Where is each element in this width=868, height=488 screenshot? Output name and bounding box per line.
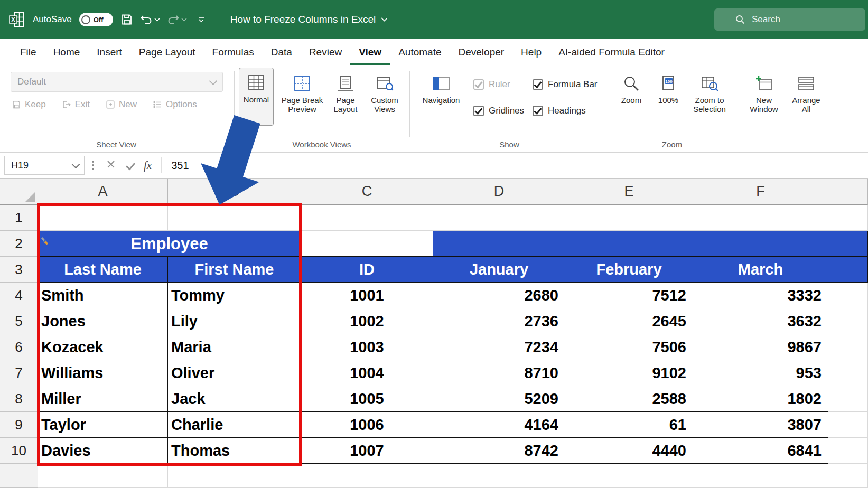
row-header[interactable]: 8 bbox=[0, 386, 38, 412]
new-sheet-view-button[interactable]: New bbox=[106, 99, 137, 110]
row-header[interactable]: 7 bbox=[0, 360, 38, 386]
keep-button[interactable]: Keep bbox=[12, 99, 46, 110]
grid-cell[interactable] bbox=[168, 205, 301, 231]
tab-file[interactable]: File bbox=[12, 39, 45, 65]
zoom-100-button[interactable]: 100 100% bbox=[653, 70, 684, 105]
tab-developer[interactable]: Developer bbox=[450, 39, 512, 65]
grid-cell[interactable] bbox=[433, 205, 565, 231]
grid-cell[interactable]: 953 bbox=[693, 360, 828, 386]
cancel-icon[interactable] bbox=[107, 160, 115, 171]
grid-cell[interactable] bbox=[301, 231, 433, 257]
grid-cell[interactable] bbox=[828, 412, 868, 438]
grid-cell[interactable]: 1002 bbox=[301, 308, 433, 334]
grid-cell[interactable]: 1004 bbox=[301, 360, 433, 386]
grid-cell[interactable]: Thomas bbox=[168, 438, 301, 464]
table-header-cell[interactable]: Last Name bbox=[38, 257, 168, 283]
tab-help[interactable]: Help bbox=[512, 39, 550, 65]
grid-cell[interactable]: Lily bbox=[168, 308, 301, 334]
grid-cell[interactable]: Maria bbox=[168, 334, 301, 360]
undo-button[interactable] bbox=[141, 14, 160, 25]
grid-cell[interactable] bbox=[38, 464, 168, 488]
grid-cell[interactable]: 1802 bbox=[693, 386, 828, 412]
options-button[interactable]: Options bbox=[153, 99, 197, 110]
grid-cell[interactable]: 3332 bbox=[693, 283, 828, 308]
ruler-checkbox[interactable]: Ruler bbox=[473, 79, 510, 90]
grid-cell[interactable] bbox=[301, 464, 433, 488]
grid-cell[interactable]: 8710 bbox=[433, 360, 565, 386]
qat-customize-icon[interactable] bbox=[198, 16, 205, 23]
grid-cell[interactable]: Williams bbox=[38, 360, 168, 386]
grid-cell[interactable]: 3632 bbox=[693, 308, 828, 334]
row-header[interactable]: 5 bbox=[0, 308, 38, 334]
grid-cell[interactable] bbox=[38, 205, 168, 231]
formula-bar-grip-icon[interactable] bbox=[92, 161, 94, 170]
grid-cell[interactable] bbox=[828, 360, 868, 386]
row-header[interactable]: 1 bbox=[0, 205, 38, 231]
grid-cell[interactable]: 7512 bbox=[565, 283, 693, 308]
row-header[interactable]: 9 bbox=[0, 412, 38, 438]
tab-automate[interactable]: Automate bbox=[390, 39, 450, 65]
grid-cell[interactable]: Taylor bbox=[38, 412, 168, 438]
select-all-corner[interactable] bbox=[0, 179, 38, 205]
grid-cell[interactable]: 2680 bbox=[433, 283, 565, 308]
table-header-cell[interactable]: ID bbox=[301, 257, 433, 283]
merged-banner-cell[interactable]: Employee bbox=[38, 231, 301, 257]
grid-cell[interactable]: Smith bbox=[38, 283, 168, 308]
grid-cell[interactable]: Kozacek bbox=[38, 334, 168, 360]
grid-cell[interactable]: Jack bbox=[168, 386, 301, 412]
grid-cell[interactable]: Oliver bbox=[168, 360, 301, 386]
page-layout-button[interactable]: Page Layout bbox=[329, 70, 362, 114]
grid-cell[interactable] bbox=[693, 205, 828, 231]
grid-cell[interactable] bbox=[168, 464, 301, 488]
grid-cell[interactable]: 4164 bbox=[433, 412, 565, 438]
grid-cell[interactable]: 8742 bbox=[433, 438, 565, 464]
redo-button[interactable] bbox=[167, 14, 187, 25]
grid-cell[interactable] bbox=[828, 438, 868, 464]
grid-cell[interactable]: 9867 bbox=[693, 334, 828, 360]
headings-checkbox[interactable]: Headings bbox=[533, 106, 586, 116]
grid-cell[interactable] bbox=[828, 205, 868, 231]
arrange-all-button[interactable]: Arrange All bbox=[787, 70, 825, 114]
zoom-to-selection-button[interactable]: Zoom to Selection bbox=[687, 70, 732, 114]
grid-cell[interactable] bbox=[828, 283, 868, 308]
tab-data[interactable]: Data bbox=[263, 39, 301, 65]
zoom-button[interactable]: Zoom bbox=[615, 70, 648, 105]
undo-dropdown-chevron[interactable] bbox=[154, 18, 160, 22]
grid-cell[interactable]: 5209 bbox=[433, 386, 565, 412]
tab-formulas[interactable]: Formulas bbox=[204, 39, 263, 65]
grid-cell[interactable]: 2588 bbox=[565, 386, 693, 412]
grid-cell[interactable]: Miller bbox=[38, 386, 168, 412]
grid-cell[interactable]: 1006 bbox=[301, 412, 433, 438]
grid-cell[interactable]: 1003 bbox=[301, 334, 433, 360]
table-header-cell[interactable]: March bbox=[693, 257, 828, 283]
navigation-button[interactable]: Navigation bbox=[417, 70, 465, 105]
autosave-toggle[interactable]: Off bbox=[79, 13, 113, 26]
redo-dropdown-chevron[interactable] bbox=[181, 18, 187, 22]
grid-cell[interactable]: 3807 bbox=[693, 412, 828, 438]
save-icon[interactable] bbox=[120, 13, 133, 26]
tab-review[interactable]: Review bbox=[301, 39, 350, 65]
page-break-preview-button[interactable]: Page Break Preview bbox=[278, 70, 326, 114]
grid-cell[interactable] bbox=[828, 386, 868, 412]
row-header[interactable]: 10 bbox=[0, 438, 38, 464]
column-header-c[interactable]: C bbox=[301, 179, 433, 205]
grid-cell[interactable]: Tommy bbox=[168, 283, 301, 308]
grid-cell[interactable]: Charlie bbox=[168, 412, 301, 438]
grid-cell[interactable] bbox=[433, 464, 565, 488]
formula-input[interactable]: 351 bbox=[171, 159, 189, 172]
new-window-button[interactable]: New Window bbox=[744, 70, 784, 114]
grid-cell[interactable]: 2736 bbox=[433, 308, 565, 334]
column-header-f[interactable]: F bbox=[693, 179, 828, 205]
grid-cell[interactable]: 7234 bbox=[433, 334, 565, 360]
column-header-b[interactable]: B bbox=[168, 179, 301, 205]
grid-cell[interactable]: Davies bbox=[38, 438, 168, 464]
grid-cell[interactable]: 61 bbox=[565, 412, 693, 438]
grid-cell[interactable]: 4440 bbox=[565, 438, 693, 464]
gridlines-checkbox[interactable]: Gridlines bbox=[473, 106, 524, 116]
custom-views-button[interactable]: Custom Views bbox=[366, 70, 404, 114]
column-header-a[interactable]: A bbox=[38, 179, 168, 205]
grid-cell[interactable]: 6841 bbox=[693, 438, 828, 464]
enter-icon[interactable] bbox=[126, 161, 135, 171]
normal-view-button[interactable]: Normal bbox=[239, 68, 274, 126]
formula-bar-checkbox[interactable]: Formula Bar bbox=[533, 79, 598, 90]
